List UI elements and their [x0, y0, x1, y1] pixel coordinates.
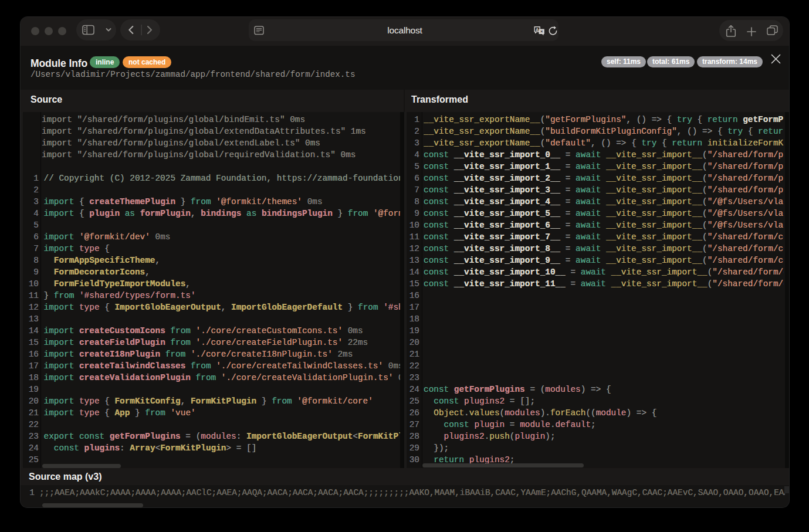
svg-text:×: × [540, 29, 543, 34]
svg-text:A: A [536, 27, 539, 32]
